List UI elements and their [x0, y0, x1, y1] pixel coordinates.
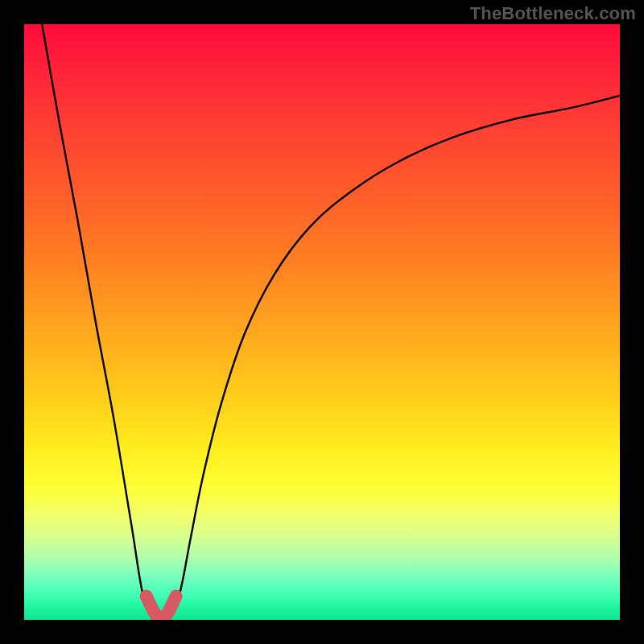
chart-frame: TheBottleneck.com: [0, 0, 644, 644]
curve-layer: [24, 24, 620, 620]
watermark-text: TheBottleneck.com: [470, 3, 636, 24]
bottleneck-curve-path: [42, 24, 620, 620]
min-highlight-path: [147, 596, 176, 617]
plot-area: [24, 24, 620, 620]
